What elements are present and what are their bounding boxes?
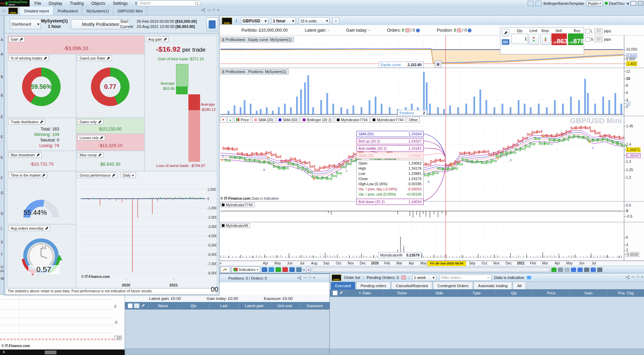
undo-icon[interactable] [558, 268, 563, 272]
clear-filter-icon[interactable]: × [487, 275, 489, 280]
chat-icon[interactable] [269, 267, 274, 272]
info-button[interactable]: i [332, 18, 339, 24]
taskbar-item[interactable] [45, 351, 56, 354]
positions-column-last[interactable]: Last [208, 304, 239, 308]
menu-item-file[interactable]: File [31, 0, 44, 7]
max-runup-title[interactable]: Max runup [77, 152, 103, 158]
dashboard-select[interactable]: Dashboard▾ [10, 19, 41, 29]
orders-icon[interactable] [405, 28, 409, 32]
gain-panel-title[interactable]: Gain [9, 36, 25, 42]
wrench-icon[interactable] [40, 121, 43, 124]
legend-item-0[interactable]: Price [234, 117, 251, 123]
close-icon[interactable]: × [313, 276, 315, 280]
scroll-down-icon[interactable]: ▼ [220, 117, 226, 123]
keyboard-icon[interactable] [502, 39, 509, 45]
timeframe-select[interactable]: 1 hour▾ [271, 17, 296, 24]
legend-item-5[interactable]: MyIndicator7744 [371, 117, 406, 123]
screen-icon[interactable] [631, 1, 636, 6]
filter-orders-input[interactable]: Filter orders...× [439, 274, 491, 281]
chart-wrench-icon[interactable] [296, 267, 302, 272]
tab-detailed-report[interactable]: Detailed report [20, 7, 53, 15]
short-pips-value[interactable]: 10 [594, 36, 603, 42]
collapse-toolbar-icon[interactable]: « [303, 268, 305, 272]
orders-tab-contingent-orders[interactable]: Contingent Orders [433, 282, 473, 289]
magnifier-icon[interactable] [591, 268, 596, 272]
position-icon[interactable] [457, 28, 461, 32]
share-icon[interactable] [201, 8, 205, 12]
orders-blocks-icon[interactable] [282, 267, 288, 272]
losses-only-title[interactable]: Losses only [77, 135, 105, 140]
news-icon[interactable] [276, 267, 281, 272]
zoom-out-icon[interactable] [571, 268, 576, 272]
workspace-icon[interactable] [528, 1, 534, 6]
orders-tab-automatic-trading[interactable]: Automatic trading [474, 282, 512, 289]
orders-column-date[interactable]: ▼Date [346, 291, 383, 295]
wrench-icon[interactable] [339, 291, 343, 295]
report-stats-icon[interactable] [206, 18, 218, 31]
equity-panel-label[interactable]: ProBacktest - Equity curve: MySystem(1) [220, 37, 294, 42]
orders-tab-executed[interactable]: Executed [331, 282, 355, 289]
gear-icon[interactable] [416, 29, 420, 32]
positions-empty-body[interactable] [125, 310, 330, 348]
tab-probacktest[interactable]: ProBacktest [53, 7, 82, 15]
wrench-icon[interactable] [100, 136, 103, 139]
positions-column-qty[interactable]: Qty [178, 304, 208, 308]
wrench-icon[interactable] [98, 121, 101, 124]
orders-column-gain[interactable]: Gain [570, 291, 607, 295]
distribution-panel-title[interactable]: Trade distribution [9, 119, 45, 125]
orders-column-ticker[interactable]: Ticker [383, 291, 420, 295]
positions-column-name[interactable]: Name [148, 304, 178, 308]
wrench-icon[interactable] [44, 57, 47, 60]
cursor-icon[interactable]: ▷ [0, 7, 8, 15]
positions-column-exposure[interactable]: Exposure [300, 304, 330, 308]
buy-button[interactable]: 1.36878 [568, 33, 583, 45]
settings-wrench-icon[interactable] [502, 29, 509, 36]
tab-gbp-usd-mini[interactable]: GBP/USD Mini [113, 7, 147, 15]
legend-item-1[interactable]: SMA (20) [252, 117, 276, 123]
search-box[interactable]: Search... [137, 0, 200, 6]
trash-icon[interactable] [435, 61, 442, 68]
dealthru-button[interactable]: DealThru [605, 1, 624, 6]
gains-only-title[interactable]: Gains only [77, 119, 103, 125]
units-select[interactable]: 15 k units▾ [299, 17, 330, 24]
share-icon[interactable] [262, 267, 267, 272]
fullscreen-icon[interactable] [584, 268, 589, 272]
horizontal-scrollbar[interactable] [312, 267, 550, 272]
gear-icon[interactable] [468, 29, 471, 32]
positions-column-latent-gain[interactable]: Latent gain [239, 304, 269, 308]
chart-template-icon[interactable] [536, 1, 542, 6]
myindicator7744-panel-label[interactable]: MyIndicator7744 [220, 202, 255, 207]
chart-mode-icon[interactable] [134, 303, 139, 308]
limit-order-icon[interactable]: ▼▲ [529, 34, 539, 45]
maximize-icon[interactable]: □ [637, 275, 639, 279]
orders-empty-body[interactable] [330, 297, 644, 348]
chart-arrow-icon[interactable] [551, 268, 557, 272]
orders-tab-pending-orders[interactable]: Pending orders [356, 282, 391, 289]
image-icon[interactable] [128, 303, 133, 308]
close-icon[interactable]: × [641, 275, 643, 279]
orders-column-qty[interactable]: Qty [495, 291, 532, 295]
pending-orders-icon[interactable] [402, 275, 406, 280]
long-pips-value[interactable]: 10 [594, 28, 603, 34]
max-drawdown-title[interactable]: Max drawdown [9, 152, 42, 158]
screens-icon[interactable] [638, 1, 643, 6]
legend-item-6[interactable]: Other [407, 117, 420, 123]
window-icon[interactable] [289, 267, 295, 272]
search-icon[interactable] [195, 2, 198, 5]
positions-panel-label[interactable]: ProBacktest - Positions: MySystem(1) [220, 69, 289, 74]
pin-icon[interactable]: ⇃ [235, 19, 238, 23]
tab-mysystem-1-[interactable]: MySystem(1) [82, 7, 113, 15]
maximize-icon[interactable]: □ [309, 276, 311, 280]
legend-item-3[interactable]: Bollinger (20 2) [301, 117, 333, 123]
instrument-select[interactable]: GBPUSD▾ [241, 17, 268, 24]
wrench-icon[interactable] [141, 303, 145, 307]
push-button[interactable]: Push+▾ [586, 1, 603, 6]
minimize-icon[interactable]: — [207, 8, 211, 12]
wrench-icon[interactable] [37, 154, 40, 157]
menu-item-objects[interactable]: Objects [88, 0, 109, 7]
collapse-icon[interactable]: ◀ [626, 1, 629, 5]
qty-input[interactable] [511, 34, 528, 44]
winning-panel-title[interactable]: % of winning trades [9, 55, 49, 61]
menu-item-settings[interactable]: Settings [110, 0, 131, 7]
positions-column-unit-cost[interactable]: Unit cost [269, 304, 300, 308]
